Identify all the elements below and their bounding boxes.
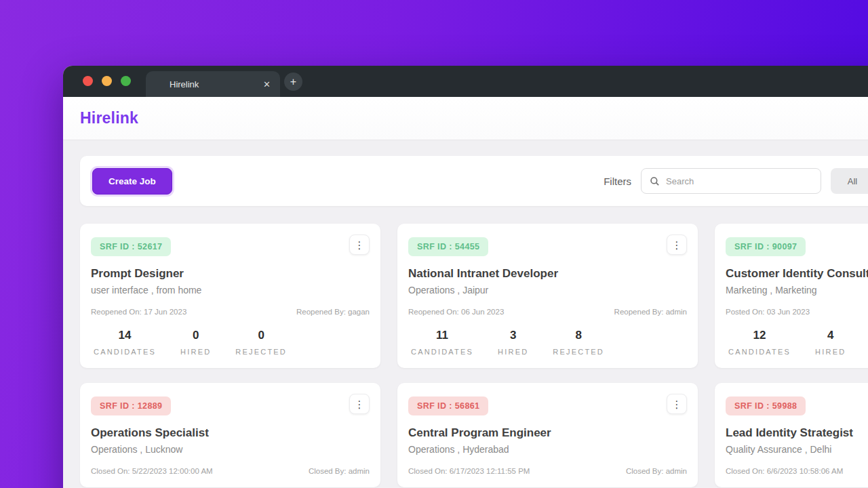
search-icon xyxy=(650,176,660,186)
meta-right: Reopened By: admin xyxy=(614,308,687,316)
stat-value: 0 xyxy=(180,329,211,342)
meta-right: Reopened By: gagan xyxy=(296,308,370,316)
stat-label: HIRED xyxy=(498,348,528,356)
srf-id-badge: SRF ID : 54455 xyxy=(408,237,488,256)
new-tab-button[interactable]: + xyxy=(284,73,302,91)
job-card[interactable]: SRF ID : 90097 ⋮ Customer Identity Consu… xyxy=(715,224,868,368)
filters-label: Filters xyxy=(604,176,631,187)
job-card[interactable]: SRF ID : 59988 ⋮ Lead Identity Strategis… xyxy=(715,383,868,487)
meta-left: Closed On: 5/22/2023 12:00:00 AM xyxy=(91,467,213,475)
tab-close-icon[interactable]: ✕ xyxy=(263,79,271,89)
minimize-window-button[interactable] xyxy=(102,76,112,86)
stat-hired: 3 HIRED xyxy=(498,329,528,356)
srf-id-badge: SRF ID : 12889 xyxy=(91,396,171,415)
job-title: Customer Identity Consultant xyxy=(726,267,868,281)
meta-right: Closed By: admin xyxy=(626,467,687,475)
stat-label: HIRED xyxy=(180,348,211,356)
browser-window: Hirelink ✕ + Hirelink Create Job Filters… xyxy=(63,66,868,488)
srf-id-badge: SRF ID : 56861 xyxy=(408,396,488,415)
close-window-button[interactable] xyxy=(83,76,93,86)
job-card[interactable]: SRF ID : 52617 ⋮ Prompt Designer user in… xyxy=(80,224,380,368)
job-stats: 12 CANDIDATES 4 HIRED xyxy=(726,329,868,356)
job-meta: Closed On: 5/22/2023 12:00:00 AM Closed … xyxy=(91,467,370,475)
app-logo: Hirelink xyxy=(80,109,138,127)
kebab-menu-icon[interactable]: ⋮ xyxy=(349,394,370,414)
stat-label: REJECTED xyxy=(235,348,287,356)
browser-chrome: Hirelink ✕ + xyxy=(63,66,868,97)
stat-value: 12 xyxy=(728,329,791,342)
stat-value: 8 xyxy=(553,329,604,342)
job-subtitle: Operations , Lucknow xyxy=(91,444,370,455)
stat-value: 11 xyxy=(411,329,473,342)
stat-label: CANDIDATES xyxy=(94,348,156,356)
search-input[interactable] xyxy=(666,176,812,186)
meta-left: Closed On: 6/6/2023 10:58:06 AM xyxy=(726,467,843,475)
stat-candidates: 12 CANDIDATES xyxy=(728,329,791,356)
stat-value: 14 xyxy=(94,329,156,342)
job-meta: Reopened On: 06 Jun 2023 Reopened By: ad… xyxy=(408,308,687,316)
stat-rejected: 0 REJECTED xyxy=(235,329,287,356)
job-title: Lead Identity Strategist xyxy=(726,426,868,440)
job-subtitle: Quality Assurance , Delhi xyxy=(726,444,868,455)
job-card-grid: SRF ID : 52617 ⋮ Prompt Designer user in… xyxy=(80,224,868,487)
meta-right: Closed By: admin xyxy=(309,467,370,475)
create-job-button[interactable]: Create Job xyxy=(92,168,172,195)
browser-tab[interactable]: Hirelink ✕ xyxy=(146,71,280,97)
toolbar: Create Job Filters All xyxy=(80,156,868,206)
stat-value: 4 xyxy=(815,329,846,342)
job-card[interactable]: SRF ID : 54455 ⋮ National Intranet Devel… xyxy=(397,224,698,368)
job-meta: Closed On: 6/17/2023 12:11:55 PM Closed … xyxy=(408,467,687,475)
meta-left: Reopened On: 17 Jun 2023 xyxy=(91,308,186,316)
kebab-menu-icon[interactable]: ⋮ xyxy=(667,235,687,255)
srf-id-badge: SRF ID : 52617 xyxy=(91,237,171,256)
job-meta: Closed On: 6/6/2023 10:58:06 AM xyxy=(726,467,868,475)
job-meta: Reopened On: 17 Jun 2023 Reopened By: ga… xyxy=(91,308,370,316)
stat-label: CANDIDATES xyxy=(728,348,791,356)
job-card[interactable]: SRF ID : 12889 ⋮ Operations Specialist O… xyxy=(80,383,380,487)
stat-rejected: 8 REJECTED xyxy=(553,329,604,356)
meta-left: Posted On: 03 Jun 2023 xyxy=(726,308,810,316)
job-subtitle: Operations , Jaipur xyxy=(408,285,687,296)
stat-hired: 4 HIRED xyxy=(815,329,846,356)
job-stats: 14 CANDIDATES 0 HIRED 0 REJECTED xyxy=(91,329,370,356)
job-title: Central Program Engineer xyxy=(408,426,687,440)
job-subtitle: Marketing , Marketing xyxy=(726,285,868,296)
app-header: Hirelink xyxy=(63,97,868,140)
stat-value: 0 xyxy=(235,329,287,342)
job-subtitle: Operations , Hyderabad xyxy=(408,444,687,455)
job-title: National Intranet Developer xyxy=(408,267,687,281)
meta-left: Reopened On: 06 Jun 2023 xyxy=(408,308,504,316)
stat-label: REJECTED xyxy=(553,348,604,356)
kebab-menu-icon[interactable]: ⋮ xyxy=(349,235,370,255)
stat-candidates: 14 CANDIDATES xyxy=(94,329,156,356)
maximize-window-button[interactable] xyxy=(121,76,131,86)
stat-label: CANDIDATES xyxy=(411,348,473,356)
srf-id-badge: SRF ID : 59988 xyxy=(726,396,806,415)
stat-label: HIRED xyxy=(815,348,846,356)
job-card[interactable]: SRF ID : 56861 ⋮ Central Program Enginee… xyxy=(397,383,698,487)
stat-value: 3 xyxy=(498,329,528,342)
job-meta: Posted On: 03 Jun 2023 xyxy=(726,308,868,316)
job-stats: 11 CANDIDATES 3 HIRED 8 REJECTED xyxy=(408,329,687,356)
search-box[interactable] xyxy=(641,168,821,194)
job-title: Operations Specialist xyxy=(91,426,370,440)
kebab-menu-icon[interactable]: ⋮ xyxy=(667,394,687,414)
job-title: Prompt Designer xyxy=(91,267,370,281)
job-subtitle: user interface , from home xyxy=(91,285,370,296)
meta-left: Closed On: 6/17/2023 12:11:55 PM xyxy=(408,467,530,475)
srf-id-badge: SRF ID : 90097 xyxy=(726,237,806,256)
all-filter-button[interactable]: All xyxy=(831,168,868,194)
stat-candidates: 11 CANDIDATES xyxy=(411,329,473,356)
tab-title: Hirelink xyxy=(170,79,263,89)
traffic-lights xyxy=(83,76,131,86)
stat-hired: 0 HIRED xyxy=(180,329,211,356)
